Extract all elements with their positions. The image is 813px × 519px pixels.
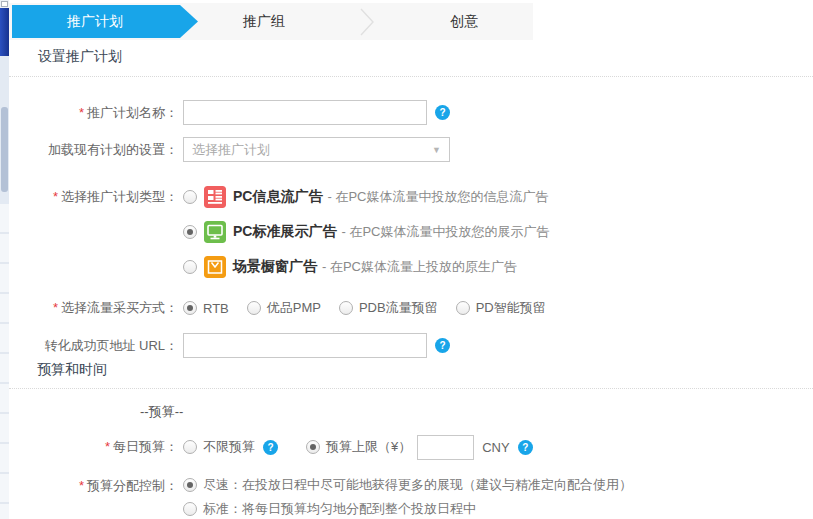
plan-type-name: PC信息流广告	[233, 188, 322, 206]
buy-method-option-pd[interactable]: PD智能预留	[456, 299, 546, 317]
wizard-step-adgroup-label: 推广组	[243, 13, 285, 31]
help-icon[interactable]: ?	[518, 440, 533, 455]
plan-type-option-feed[interactable]: PC信息流广告 - 在PC媒体流量中投放您的信息流广告	[183, 185, 549, 209]
row-load-existing: 加载现有计划的设置： 选择推广计划 ▼	[9, 137, 813, 162]
radio-rtb[interactable]	[183, 301, 197, 315]
required-mark: *	[53, 189, 58, 204]
radio-pd[interactable]	[456, 301, 470, 315]
left-strip-rows	[0, 204, 9, 519]
radio-pmp[interactable]	[247, 301, 261, 315]
plan-type-name: PC标准展示广告	[233, 223, 336, 241]
wizard-step-campaign[interactable]: 推广计划	[12, 5, 198, 38]
daily-budget-label: *每日预算：	[9, 438, 178, 456]
wizard-step-creative-label: 创意	[450, 13, 478, 31]
wizard-step-creative[interactable]: 创意	[389, 5, 539, 38]
radio-budget-cap[interactable]	[306, 440, 320, 454]
plan-name-input[interactable]	[183, 100, 427, 125]
required-mark: *	[105, 439, 110, 454]
divider	[9, 388, 813, 389]
chevron-down-icon: ▼	[432, 145, 441, 155]
section-title-budget-time: 预算和时间	[37, 361, 107, 379]
radio-pdb[interactable]	[339, 301, 353, 315]
showcase-icon	[204, 256, 226, 278]
monitor-icon	[204, 221, 226, 243]
daily-budget-cap-option[interactable]: 预算上限（¥）	[306, 438, 411, 456]
help-icon[interactable]: ?	[263, 440, 278, 455]
buy-method-label: *选择流量采买方式：	[9, 299, 178, 317]
chevron-right-icon	[359, 8, 375, 36]
currency-label: CNY	[482, 440, 509, 455]
plan-type-desc: - 在PC媒体流量中投放您的展示广告	[341, 223, 549, 241]
row-plan-type: *选择推广计划类型： PC信息流广告 - 在PC媒体流量中投放您的信息流广告	[9, 185, 813, 279]
radio-unlimited-budget[interactable]	[183, 440, 197, 454]
wizard-step-campaign-label: 推广计划	[67, 13, 123, 31]
required-mark: *	[53, 300, 58, 315]
scrollbar-thumb[interactable]	[1, 107, 8, 192]
radio-feed[interactable]	[183, 190, 197, 204]
budget-group-label: --预算--	[140, 403, 183, 421]
plan-type-desc: - 在PC媒体流量上投放的原生广告	[322, 258, 517, 276]
help-icon[interactable]: ?	[435, 338, 450, 353]
radio-showcase[interactable]	[183, 260, 197, 274]
section-title-setup: 设置推广计划	[38, 48, 122, 66]
buy-method-option-rtb[interactable]: RTB	[183, 301, 229, 316]
load-existing-label: 加载现有计划的设置：	[9, 141, 178, 159]
buy-method-option-pdb[interactable]: PDB流量预留	[339, 299, 438, 317]
allocation-option-text: 标准：将每日预算均匀地分配到整个投放日程中	[203, 500, 476, 518]
buy-method-option-label: RTB	[203, 301, 229, 316]
buy-method-option-label: 优品PMP	[267, 299, 321, 317]
wizard-step-adgroup[interactable]: 推广组	[199, 5, 329, 38]
row-plan-name: *推广计划名称： ?	[9, 100, 813, 125]
left-strip-box	[1, 1, 8, 7]
budget-cap-input[interactable]	[417, 435, 474, 460]
radio-fast[interactable]	[183, 478, 197, 492]
row-buy-method: *选择流量采买方式： RTB 优品PMP PDB流量预留 PD智能预留	[9, 297, 813, 319]
buy-method-option-pmp[interactable]: 优品PMP	[247, 299, 321, 317]
row-conv-url: 转化成功页地址 URL： ?	[9, 333, 813, 358]
divider	[9, 76, 813, 77]
radio-display[interactable]	[183, 225, 197, 239]
unlimited-budget-label: 不限预算	[203, 438, 255, 456]
allocation-option-fast[interactable]: 尽速：在投放日程中尽可能地获得更多的展现（建议与精准定向配合使用）	[183, 474, 632, 496]
conv-url-input[interactable]	[183, 333, 427, 358]
feed-icon	[204, 186, 226, 208]
buy-method-option-label: PD智能预留	[476, 299, 546, 317]
buy-method-option-label: PDB流量预留	[359, 299, 438, 317]
help-icon[interactable]: ?	[435, 105, 450, 120]
budget-cap-label: 预算上限（¥）	[326, 438, 411, 456]
plan-type-option-showcase[interactable]: 场景橱窗广告 - 在PC媒体流量上投放的原生广告	[183, 255, 549, 279]
row-daily-budget: *每日预算： 不限预算 ? 预算上限（¥） CNY ?	[9, 435, 813, 459]
daily-budget-unlimited-option[interactable]: 不限预算	[183, 438, 255, 456]
allocation-option-standard[interactable]: 标准：将每日预算均匀地分配到整个投放日程中	[183, 498, 632, 519]
wizard-steps-bar: 推广计划 推广组 创意	[9, 3, 533, 40]
left-strip-blue-block	[0, 8, 9, 56]
conv-url-label: 转化成功页地址 URL：	[9, 337, 178, 355]
plan-type-label: *选择推广计划类型：	[9, 188, 178, 206]
left-edge-strip	[0, 0, 9, 519]
row-allocation: *预算分配控制： 尽速：在投放日程中尽可能地获得更多的展现（建议与精准定向配合使…	[9, 474, 813, 519]
load-existing-select[interactable]: 选择推广计划 ▼	[183, 137, 450, 162]
plan-type-desc: - 在PC媒体流量中投放您的信息流广告	[327, 188, 548, 206]
required-mark: *	[79, 105, 84, 120]
radio-standard[interactable]	[183, 502, 197, 516]
required-mark: *	[79, 478, 84, 493]
plan-type-name: 场景橱窗广告	[233, 258, 317, 276]
allocation-label: *预算分配控制：	[9, 477, 178, 495]
plan-name-label: *推广计划名称：	[9, 104, 178, 122]
load-existing-selected-value: 选择推广计划	[192, 141, 270, 159]
allocation-option-text: 尽速：在投放日程中尽可能地获得更多的展现（建议与精准定向配合使用）	[203, 476, 632, 494]
plan-type-option-display[interactable]: PC标准展示广告 - 在PC媒体流量中投放您的展示广告	[183, 220, 549, 244]
